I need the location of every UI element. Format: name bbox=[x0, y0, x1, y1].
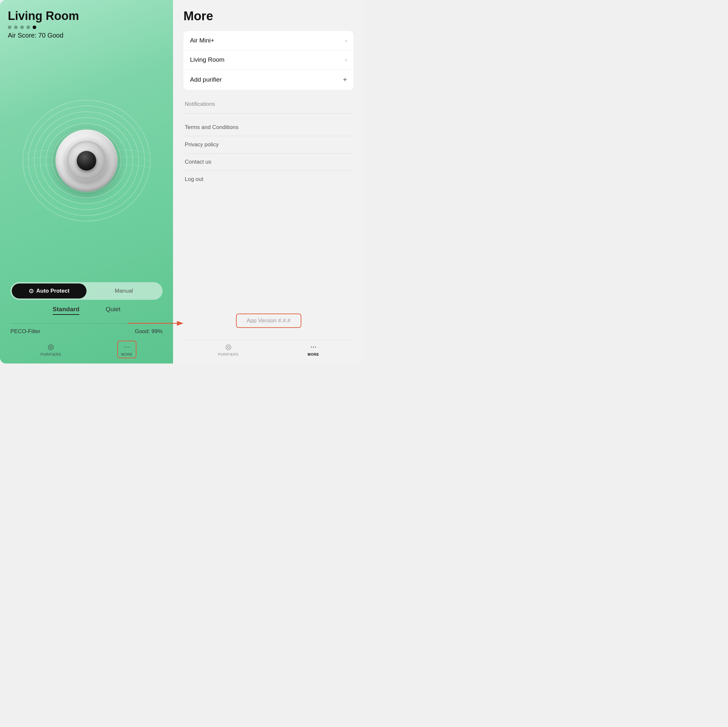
terms-menu-item[interactable]: Terms and Conditions bbox=[184, 119, 353, 136]
dot-4 bbox=[26, 26, 30, 29]
notifications-label: Notifications bbox=[185, 101, 215, 107]
arrow-svg bbox=[125, 315, 190, 332]
standard-tab[interactable]: Standard bbox=[52, 306, 80, 317]
right-bottom: App Version #.#.# ◎ PURIFIERS ··· MORE bbox=[184, 314, 353, 358]
mode-toggle: ⊙ Auto Protect Manual bbox=[11, 282, 162, 300]
right-more-label: MORE bbox=[307, 352, 319, 356]
right-panel: More Air Mini+ › Living Room › Add purif… bbox=[173, 0, 364, 363]
dot-2 bbox=[14, 26, 18, 29]
more-page-title: More bbox=[184, 9, 353, 23]
purifiers-tab[interactable]: ◎ PURIFIERS bbox=[40, 343, 61, 356]
app-version-text: App Version #.#.# bbox=[246, 317, 290, 324]
dot-5-active bbox=[33, 26, 36, 29]
right-purifiers-icon: ◎ bbox=[225, 343, 231, 351]
air-mini-chevron-icon: › bbox=[345, 37, 347, 44]
more-tab[interactable]: ··· MORE bbox=[121, 343, 133, 356]
right-purifiers-label: PURIFIERS bbox=[218, 352, 239, 356]
logout-menu-item[interactable]: Log out bbox=[184, 171, 353, 188]
devices-menu-section: Air Mini+ › Living Room › Add purifier + bbox=[184, 31, 353, 90]
living-room-chevron-icon: › bbox=[345, 57, 347, 63]
page-indicators bbox=[8, 26, 165, 29]
living-room-label: Living Room bbox=[190, 56, 225, 63]
filter-label: PECO-Filter bbox=[11, 328, 40, 335]
logout-label: Log out bbox=[185, 176, 203, 182]
right-purifiers-tab[interactable]: ◎ PURIFIERS bbox=[218, 343, 239, 356]
dot-3 bbox=[20, 26, 24, 29]
app-version-display: App Version #.#.# bbox=[236, 314, 301, 328]
right-more-tab[interactable]: ··· MORE bbox=[307, 343, 319, 356]
purifiers-icon: ◎ bbox=[47, 343, 54, 351]
air-score: Air Score: 70 Good bbox=[8, 32, 165, 39]
add-purifier-menu-item[interactable]: Add purifier + bbox=[184, 70, 353, 90]
purifier-area bbox=[8, 39, 165, 282]
terms-label: Terms and Conditions bbox=[185, 124, 238, 130]
purifiers-tab-label: PURIFIERS bbox=[40, 352, 61, 356]
notifications-menu-item[interactable]: Notifications bbox=[184, 95, 353, 114]
purifier-device bbox=[55, 130, 118, 192]
dot-1 bbox=[8, 26, 11, 29]
version-area: App Version #.#.# bbox=[184, 314, 353, 333]
auto-protect-icon: ⊙ bbox=[29, 288, 34, 295]
air-mini-label: Air Mini+ bbox=[190, 37, 214, 44]
manual-mode-button[interactable]: Manual bbox=[87, 283, 161, 298]
right-tab-bar: ◎ PURIFIERS ··· MORE bbox=[184, 340, 353, 358]
privacy-menu-item[interactable]: Privacy policy bbox=[184, 136, 353, 153]
air-mini-menu-item[interactable]: Air Mini+ › bbox=[184, 31, 353, 50]
more-tab-highlight bbox=[117, 341, 136, 358]
add-purifier-plus-icon: + bbox=[343, 75, 347, 84]
purifier-inner bbox=[65, 139, 108, 182]
quiet-tab[interactable]: Quiet bbox=[106, 306, 120, 317]
left-tab-bar: ◎ PURIFIERS ··· MORE bbox=[11, 340, 162, 358]
living-room-menu-item[interactable]: Living Room › bbox=[184, 50, 353, 70]
privacy-label: Privacy policy bbox=[185, 141, 219, 148]
auto-protect-label: Auto Protect bbox=[36, 288, 70, 294]
links-menu-section: Terms and Conditions Privacy policy Cont… bbox=[184, 119, 353, 188]
auto-protect-button[interactable]: ⊙ Auto Protect bbox=[12, 283, 87, 298]
right-more-icon: ··· bbox=[310, 343, 317, 351]
room-title: Living Room bbox=[8, 9, 165, 23]
manual-label: Manual bbox=[115, 288, 133, 294]
add-purifier-label: Add purifier bbox=[190, 76, 222, 83]
mode-controls: ⊙ Auto Protect Manual Standard Quiet bbox=[8, 282, 165, 320]
contact-label: Contact us bbox=[185, 159, 211, 165]
contact-menu-item[interactable]: Contact us bbox=[184, 153, 353, 171]
blade-ring bbox=[67, 141, 106, 180]
left-panel: Living Room Air Score: 70 Good bbox=[0, 0, 173, 363]
